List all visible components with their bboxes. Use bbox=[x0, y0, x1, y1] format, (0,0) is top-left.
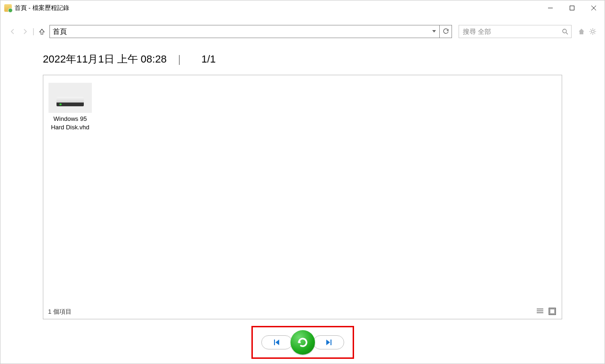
large-icons-view-icon[interactable] bbox=[549, 308, 557, 316]
page-indicator: 1/1 bbox=[202, 53, 216, 65]
file-item[interactable]: Windows 95 Hard Disk.vhd bbox=[48, 80, 92, 131]
app-icon bbox=[4, 4, 12, 12]
address-input[interactable] bbox=[50, 25, 429, 38]
next-version-button[interactable] bbox=[313, 335, 344, 349]
search-bar bbox=[459, 25, 572, 38]
vhd-file-icon bbox=[48, 83, 92, 113]
toolbar-icons bbox=[577, 27, 597, 36]
refresh-button[interactable] bbox=[439, 25, 452, 38]
svg-rect-20 bbox=[274, 340, 275, 345]
home-icon[interactable] bbox=[577, 27, 586, 36]
minimize-button[interactable] bbox=[540, 0, 561, 16]
file-name: Windows 95 Hard Disk.vhd bbox=[48, 115, 92, 131]
item-count-label: 1 個項目 bbox=[48, 308, 72, 316]
nav-forward-button[interactable] bbox=[20, 27, 30, 36]
svg-line-13 bbox=[590, 33, 591, 34]
svg-rect-21 bbox=[331, 340, 331, 345]
separator: | bbox=[178, 53, 181, 65]
address-dropdown-button[interactable] bbox=[429, 25, 439, 38]
content-area: 2022年11月1日 上午 08:28 | 1/1 Windows 95 Har… bbox=[0, 38, 605, 319]
svg-point-4 bbox=[563, 29, 566, 33]
nav-up-button[interactable] bbox=[37, 27, 47, 36]
window-title: 首頁 - 檔案歷程記錄 bbox=[15, 4, 69, 12]
svg-line-14 bbox=[595, 29, 596, 30]
details-view-icon[interactable] bbox=[536, 308, 545, 316]
close-button[interactable] bbox=[583, 0, 605, 16]
svg-point-6 bbox=[591, 30, 594, 33]
search-icon[interactable] bbox=[559, 29, 571, 35]
address-bar bbox=[49, 25, 452, 38]
version-header: 2022年11月1日 上午 08:28 | 1/1 bbox=[43, 52, 562, 66]
version-nav-controls bbox=[251, 326, 354, 359]
svg-line-5 bbox=[566, 32, 568, 34]
version-timestamp: 2022年11月1日 上午 08:28 bbox=[43, 52, 167, 66]
toolbar: | bbox=[0, 16, 605, 38]
title-bar: 首頁 - 檔案歷程記錄 bbox=[0, 0, 605, 16]
svg-rect-1 bbox=[570, 6, 574, 10]
svg-line-11 bbox=[590, 29, 591, 30]
search-input[interactable] bbox=[459, 27, 559, 36]
svg-rect-19 bbox=[550, 309, 555, 314]
gear-icon[interactable] bbox=[589, 27, 597, 36]
separator: | bbox=[32, 27, 34, 36]
restore-button[interactable] bbox=[290, 330, 315, 355]
previous-version-button[interactable] bbox=[261, 335, 292, 349]
panel-footer: 1 個項目 bbox=[48, 308, 557, 316]
window-controls bbox=[540, 0, 605, 16]
svg-line-12 bbox=[595, 33, 596, 34]
nav-back-button[interactable] bbox=[8, 27, 17, 36]
maximize-button[interactable] bbox=[561, 0, 583, 16]
file-panel: Windows 95 Hard Disk.vhd 1 個項目 bbox=[43, 75, 562, 319]
